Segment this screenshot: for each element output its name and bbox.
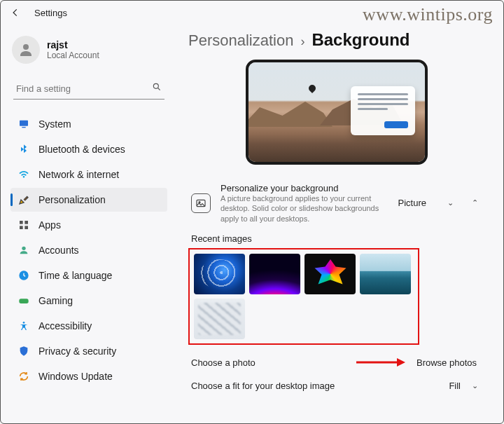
background-type-select[interactable]: Picture (398, 198, 433, 208)
choose-photo-row: Choose a photo Browse photos (188, 345, 485, 376)
svg-rect-2 (20, 121, 28, 126)
choose-fit-row[interactable]: Choose a fit for your desktop image Fill… (188, 376, 485, 397)
nav-gaming[interactable]: Gaming (10, 289, 167, 313)
chevron-down-icon[interactable]: ⌄ (443, 198, 458, 207)
svg-point-10 (23, 322, 25, 324)
chevron-up-icon[interactable]: ⌃ (468, 198, 482, 207)
sidebar: rajst Local Account System Bluetooth & d… (1, 25, 176, 423)
breadcrumb: Personalization › Background (188, 30, 485, 50)
nav-apps[interactable]: Apps (10, 213, 167, 237)
personalization-icon (18, 193, 30, 206)
svg-point-8 (22, 247, 25, 250)
accounts-icon (18, 244, 30, 257)
nav-bluetooth[interactable]: Bluetooth & devices (10, 137, 167, 161)
nav-label: Gaming (38, 295, 73, 306)
apps-icon (18, 219, 30, 231)
time-icon (18, 269, 30, 282)
bluetooth-icon (18, 143, 30, 156)
nav-accounts[interactable]: Accounts (10, 238, 167, 262)
main-content: Personalization › Background P (176, 25, 503, 423)
svg-point-0 (23, 44, 29, 50)
account-name: rajst (47, 39, 99, 50)
background-preview (246, 60, 428, 165)
nav-label: System (38, 118, 71, 130)
breadcrumb-parent[interactable]: Personalization (188, 32, 293, 50)
svg-marker-14 (397, 358, 405, 367)
gaming-icon (18, 294, 30, 307)
nav-accessibility[interactable]: Accessibility (10, 314, 167, 338)
preview-widget (351, 86, 415, 135)
shield-icon (18, 345, 30, 357)
svg-point-1 (153, 83, 158, 88)
search-input[interactable] (16, 83, 152, 94)
network-icon (18, 168, 30, 181)
account-type: Local Account (47, 50, 99, 60)
choose-fit-label: Choose a fit for your desktop image (191, 381, 449, 391)
system-icon (18, 118, 30, 130)
nav-label: Accessibility (38, 320, 92, 331)
nav-personalization[interactable]: Personalization (10, 188, 167, 212)
account-block[interactable]: rajst Local Account (10, 32, 167, 76)
nav-update[interactable]: Windows Update (10, 364, 167, 388)
nav-label: Time & language (38, 270, 112, 281)
nav-network[interactable]: Network & internet (10, 163, 167, 186)
nav-label: Privacy & security (38, 346, 116, 357)
picture-icon (191, 193, 211, 213)
update-icon (18, 370, 30, 383)
svg-rect-7 (24, 226, 28, 229)
breadcrumb-current: Background (312, 30, 410, 50)
recent-images-grid (188, 248, 419, 345)
avatar (12, 36, 40, 64)
nav-label: Personalization (38, 194, 106, 205)
nav-label: Accounts (38, 245, 79, 256)
browse-photos-button[interactable]: Browse photos (411, 355, 482, 371)
nav-label: Bluetooth & devices (38, 144, 125, 155)
chevron-down-icon[interactable]: ⌄ (468, 381, 482, 390)
search-icon (152, 82, 162, 95)
breadcrumb-sep: › (300, 34, 304, 49)
fit-select[interactable]: Fill (449, 381, 468, 391)
svg-rect-5 (24, 221, 28, 224)
nav-privacy[interactable]: Privacy & security (10, 339, 167, 363)
nav-system[interactable]: System (10, 112, 167, 136)
svg-rect-6 (20, 226, 23, 229)
personalize-desc: A picture background applies to your cur… (220, 193, 388, 224)
personalize-background-row[interactable]: Personalize your background A picture ba… (188, 177, 485, 229)
recent-images-label: Recent images (191, 233, 485, 244)
recent-image-4[interactable] (360, 254, 411, 294)
nav-time[interactable]: Time & language (10, 264, 167, 287)
window-title: Settings (34, 8, 67, 18)
nav-list: System Bluetooth & devices Network & int… (10, 112, 167, 388)
svg-rect-4 (20, 221, 23, 224)
settings-window: Settings rajst Local Account (0, 0, 504, 424)
nav-label: Windows Update (38, 371, 113, 382)
recent-image-5[interactable] (194, 299, 245, 339)
personalize-title: Personalize your background (220, 183, 388, 193)
choose-photo-label: Choose a photo (191, 357, 356, 368)
nav-label: Apps (38, 219, 61, 231)
search-box[interactable] (13, 79, 164, 100)
back-button[interactable] (9, 6, 22, 19)
recent-image-2[interactable] (249, 254, 300, 294)
recent-image-1[interactable] (194, 254, 245, 294)
annotation-arrow-icon (356, 357, 405, 367)
titlebar: Settings (1, 1, 503, 25)
accessibility-icon (18, 320, 30, 332)
nav-label: Network & internet (38, 169, 119, 180)
svg-rect-3 (22, 127, 25, 128)
recent-image-3[interactable] (304, 254, 356, 294)
